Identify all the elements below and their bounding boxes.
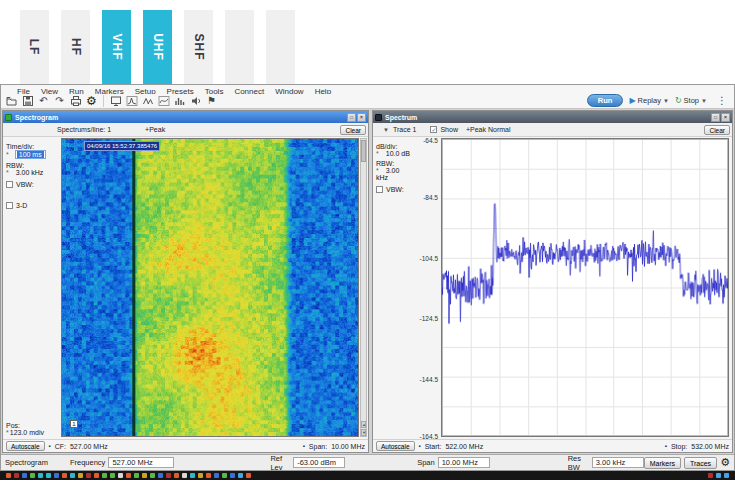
overflow-menu-icon[interactable]: ⋮: [717, 95, 727, 106]
audio-icon[interactable]: [189, 94, 202, 107]
spectrums-per-line[interactable]: Spectrums/line: 1: [57, 126, 111, 133]
gear-icon[interactable]: ⚙: [720, 456, 730, 469]
spectrogram-canvas[interactable]: [62, 139, 358, 436]
menu-item-file[interactable]: File: [17, 85, 30, 94]
display-icon[interactable]: [109, 94, 122, 107]
menu-item-markers[interactable]: Markers: [95, 85, 124, 94]
taskbar-app-icon[interactable]: [134, 473, 139, 478]
taskbar-app-icon[interactable]: [142, 473, 147, 478]
spectrogram-plot[interactable]: 04/09/16 15:52:37.385476 1: [61, 138, 359, 437]
peak-markers-icon[interactable]: [141, 94, 154, 107]
start-value[interactable]: 522.00 MHz: [445, 443, 483, 450]
redo-icon[interactable]: ↷: [53, 94, 66, 107]
rbw-value[interactable]: 3.00 kHz: [16, 169, 44, 176]
taskbar-app-icon[interactable]: [94, 473, 99, 478]
taskbar-app-icon[interactable]: [46, 473, 51, 478]
band-tab-vhf[interactable]: VHF: [102, 10, 131, 84]
show-checkbox[interactable]: ✓: [430, 126, 437, 133]
stop-value[interactable]: 532.00 MHz: [691, 443, 729, 450]
vbw-checkbox[interactable]: [6, 181, 13, 188]
menu-item-run[interactable]: Run: [69, 85, 84, 94]
band-tab-lf[interactable]: LF: [20, 10, 49, 84]
db-div-value[interactable]: 10.0 dB: [386, 150, 410, 157]
detection-mode[interactable]: +Peak Normal: [466, 126, 511, 133]
amplitude-icon[interactable]: [173, 94, 186, 107]
taskbar-app-icon[interactable]: [126, 473, 131, 478]
taskbar-app-icon[interactable]: [246, 473, 251, 478]
menu-item-window[interactable]: Window: [275, 85, 303, 94]
span-field[interactable]: 10.00 MHz: [438, 457, 490, 468]
band-tab-empty-2[interactable]: [266, 10, 295, 84]
taskbar-app-icon[interactable]: [206, 473, 211, 478]
band-tab-empty-1[interactable]: [225, 10, 254, 84]
settings-gear-icon[interactable]: ⚙: [85, 94, 98, 107]
taskbar-app-icon[interactable]: [150, 473, 155, 478]
close-icon[interactable]: ×: [721, 113, 730, 122]
taskbar-app-icon[interactable]: [174, 473, 179, 478]
taskbar-app-icon[interactable]: [222, 473, 227, 478]
spectrogram-titlebar[interactable]: Spectrogram □ ×: [3, 111, 368, 123]
trace-dropdown-icon[interactable]: ▼: [383, 127, 389, 133]
scroll-up-icon[interactable]: ▲: [361, 421, 366, 428]
taskbar-app-icon[interactable]: [14, 473, 19, 478]
traces-button[interactable]: Traces: [684, 457, 717, 469]
menu-item-setup[interactable]: Setup: [135, 85, 156, 94]
clear-button[interactable]: Clear: [704, 125, 730, 135]
time-div-input[interactable]: 100 ms: [15, 150, 46, 159]
taskbar-app-icon[interactable]: [724, 473, 729, 478]
menu-item-tools[interactable]: Tools: [205, 85, 224, 94]
pos-value[interactable]: 123.0 mdiv: [10, 429, 44, 436]
taskbar-app-icon[interactable]: [86, 473, 91, 478]
spectrogram-scrollbar[interactable]: ▲ ▼: [360, 138, 367, 437]
taskbar-app-icon[interactable]: [54, 473, 59, 478]
undo-icon[interactable]: ↶: [37, 94, 50, 107]
trace-math-icon[interactable]: [157, 94, 170, 107]
trace-selector[interactable]: Trace 1: [393, 126, 416, 133]
detection-mode[interactable]: +Peak: [145, 126, 165, 133]
menu-item-presets[interactable]: Presets: [167, 85, 194, 94]
taskbar-app-icon[interactable]: [62, 473, 67, 478]
band-tab-uhf[interactable]: UHF: [143, 10, 172, 84]
vbw-checkbox[interactable]: [376, 186, 383, 193]
frequency-field[interactable]: 527.00 MHz: [108, 457, 174, 468]
autoscale-button[interactable]: Autoscale: [6, 441, 45, 451]
close-icon[interactable]: ×: [357, 113, 366, 122]
menu-item-connect[interactable]: Connect: [234, 85, 264, 94]
rbw-value[interactable]: 3.00 kHz: [376, 167, 399, 181]
ref-lev-field[interactable]: -63.00 dBm: [293, 457, 345, 468]
taskbar-app-icon[interactable]: [716, 473, 721, 478]
taskbar-app-icon[interactable]: [708, 473, 713, 478]
cf-value[interactable]: 527.00 MHz: [70, 443, 108, 450]
taskbar-app-icon[interactable]: [238, 473, 243, 478]
run-button[interactable]: Run: [587, 94, 624, 107]
spectrum-canvas[interactable]: [442, 139, 728, 436]
save-icon[interactable]: [21, 94, 34, 107]
spectrum-plot[interactable]: [441, 138, 729, 437]
stop-button[interactable]: ↻Stop▼: [675, 96, 707, 105]
print-icon[interactable]: [69, 94, 82, 107]
replay-button[interactable]: ▶Replay▼: [629, 96, 668, 105]
taskbar-app-icon[interactable]: [102, 473, 107, 478]
maximize-icon[interactable]: □: [347, 113, 356, 122]
taskbar-app-icon[interactable]: [158, 473, 163, 478]
flag-icon[interactable]: ⚑: [205, 94, 218, 107]
taskbar-app-icon[interactable]: [70, 473, 75, 478]
spectrum-trace-icon[interactable]: [125, 94, 138, 107]
scroll-down-icon[interactable]: ▼: [361, 429, 366, 436]
res-bw-field[interactable]: 3.00 kHz: [592, 457, 644, 468]
autoscale-button[interactable]: Autoscale: [376, 441, 415, 451]
markers-button[interactable]: Markers: [644, 457, 681, 469]
scrollbar-thumb[interactable]: [361, 140, 366, 162]
taskbar-app-icon[interactable]: [198, 473, 203, 478]
spectrum-titlebar[interactable]: Spectrum □ ×: [373, 111, 732, 123]
span-value[interactable]: 10.00 MHz: [331, 443, 365, 450]
threed-checkbox[interactable]: [6, 202, 13, 209]
menu-item-help[interactable]: Help: [315, 85, 331, 94]
taskbar-app-icon[interactable]: [118, 473, 123, 478]
taskbar-app-icon[interactable]: [6, 473, 11, 478]
band-tab-shf[interactable]: SHF: [184, 10, 213, 84]
taskbar-app-icon[interactable]: [22, 473, 27, 478]
taskbar-app-icon[interactable]: [182, 473, 187, 478]
maximize-icon[interactable]: □: [711, 113, 720, 122]
taskbar-app-icon[interactable]: [166, 473, 171, 478]
